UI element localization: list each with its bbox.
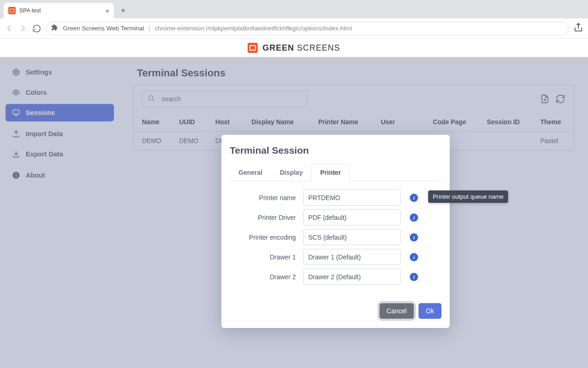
info-icon[interactable]: i	[410, 194, 418, 202]
share-icon[interactable]	[573, 23, 583, 34]
favicon	[8, 7, 16, 14]
modal-tabs: General Display Printer	[230, 163, 441, 181]
label-printer-encoding: Printer encoding	[230, 234, 303, 241]
reload-icon[interactable]	[32, 24, 41, 33]
browser-toolbar: Green Screens Web Terminal | chrome-exte…	[0, 18, 588, 39]
tab-printer[interactable]: Printer	[311, 164, 350, 181]
select-drawer2[interactable]	[303, 269, 401, 285]
browser-tab[interactable]: SPA test ×	[4, 3, 114, 18]
info-icon[interactable]: i	[410, 213, 418, 222]
select-printer-encoding[interactable]	[303, 229, 401, 245]
info-icon[interactable]: i	[410, 273, 418, 281]
select-printer-driver[interactable]	[303, 209, 401, 225]
info-icon[interactable]: i	[410, 253, 418, 261]
label-drawer2: Drawer 2	[230, 273, 303, 281]
label-printer-driver: Printer Driver	[230, 214, 303, 221]
tab-display[interactable]: Display	[271, 164, 311, 181]
url-bar[interactable]: Green Screens Web Terminal | chrome-exte…	[46, 22, 569, 35]
cancel-button[interactable]: Cancel	[379, 303, 414, 319]
close-icon[interactable]: ×	[105, 7, 109, 15]
select-drawer1[interactable]	[303, 249, 401, 265]
brand-text: GREEN SCREENS	[262, 43, 340, 53]
info-icon[interactable]: i	[410, 233, 418, 242]
printer-form: Printer name i Printer Driver i Printer …	[230, 181, 441, 292]
ok-button[interactable]: Ok	[418, 303, 441, 319]
label-printer-name: Printer name	[230, 194, 303, 201]
forward-icon[interactable]	[18, 24, 28, 33]
modal-actions: Cancel Ok	[230, 303, 441, 319]
url-origin: Green Screens Web Terminal	[63, 25, 144, 32]
input-printer-name[interactable]	[303, 190, 401, 206]
url-path: chrome-extension://nlpkpemlpbdbnfiaednei…	[155, 25, 352, 32]
new-tab-button[interactable]: +	[117, 4, 130, 17]
tab-title: SPA test	[19, 7, 41, 14]
tab-general[interactable]: General	[230, 164, 271, 181]
brand-header: GREEN SCREENS	[0, 39, 588, 57]
tooltip: Printer output queue name	[428, 190, 508, 203]
extension-icon	[51, 24, 58, 33]
modal-title: Terminal Session	[230, 145, 441, 156]
brand-logo-icon	[248, 43, 258, 53]
terminal-session-modal: Terminal Session General Display Printer…	[221, 135, 450, 328]
browser-tabstrip: SPA test × +	[0, 0, 588, 18]
back-icon[interactable]	[5, 24, 14, 33]
url-separator: |	[149, 25, 151, 32]
label-drawer1: Drawer 1	[230, 253, 303, 261]
